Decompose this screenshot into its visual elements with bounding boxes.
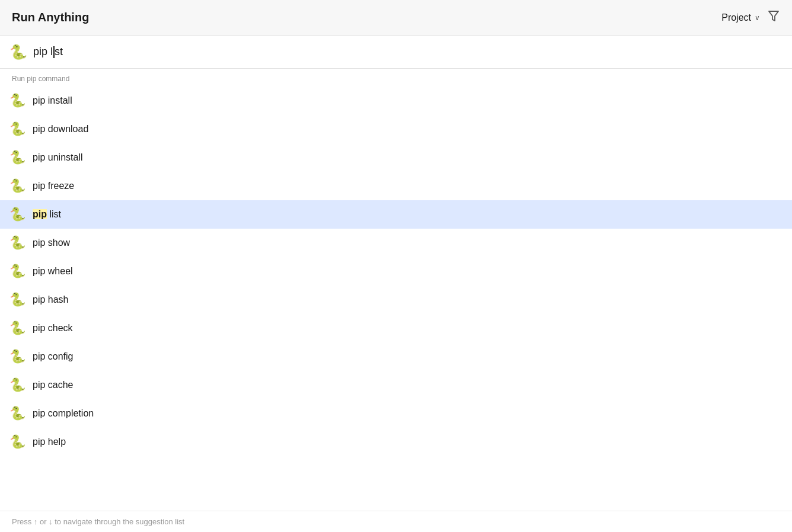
dialog-title: Run Anything	[12, 11, 89, 24]
list-item[interactable]: 🐍pip help	[0, 428, 792, 456]
project-dropdown[interactable]: Project ∨	[721, 12, 760, 23]
item-label: pip hash	[33, 294, 69, 305]
project-label: Project	[721, 12, 751, 23]
item-label: pip check	[33, 323, 73, 334]
search-value-rest: st	[55, 46, 63, 57]
search-value: pip l	[33, 46, 53, 57]
item-label: pip download	[33, 124, 88, 134]
item-label: pip cache	[33, 380, 74, 390]
item-label: pip help	[33, 437, 66, 447]
python-icon: 🐍	[9, 151, 25, 164]
list-item[interactable]: 🐍pip show	[0, 229, 792, 257]
section-label: Run pip command	[0, 69, 792, 86]
list-item[interactable]: 🐍pip freeze	[0, 172, 792, 200]
filter-icon[interactable]	[767, 9, 780, 25]
item-label: pip show	[33, 238, 70, 248]
list-item[interactable]: 🐍pip cache	[0, 371, 792, 399]
footer-hint: Press ↑ or ↓ to navigate through the sug…	[0, 511, 792, 532]
item-label: pip list	[33, 209, 61, 220]
svg-marker-0	[769, 11, 778, 21]
list-item[interactable]: 🐍pip completion	[0, 399, 792, 428]
python-icon: 🐍	[9, 407, 25, 420]
list-item[interactable]: 🐍pip download	[0, 115, 792, 143]
python-icon: 🐍	[9, 45, 27, 59]
python-icon: 🐍	[9, 236, 25, 249]
python-icon: 🐍	[9, 265, 25, 278]
python-icon: 🐍	[9, 322, 25, 335]
list-item[interactable]: 🐍pip uninstall	[0, 143, 792, 172]
list-item[interactable]: 🐍pip hash	[0, 286, 792, 314]
list-item[interactable]: 🐍pip list	[0, 200, 792, 229]
list-item[interactable]: 🐍pip config	[0, 342, 792, 371]
search-bar[interactable]: 🐍 pip lst	[0, 36, 792, 69]
item-label: pip freeze	[33, 181, 74, 191]
chevron-down-icon: ∨	[755, 14, 760, 22]
python-icon: 🐍	[9, 208, 25, 221]
dialog-header: Run Anything Project ∨	[0, 0, 792, 36]
item-label: pip wheel	[33, 266, 73, 277]
search-input[interactable]: pip lst	[33, 46, 783, 58]
item-label: pip config	[33, 351, 74, 362]
python-icon: 🐍	[9, 293, 25, 306]
list-item[interactable]: 🐍pip wheel	[0, 257, 792, 286]
item-label: pip uninstall	[33, 152, 83, 163]
python-icon: 🐍	[9, 94, 25, 107]
list-item[interactable]: 🐍pip install	[0, 86, 792, 115]
item-label: pip completion	[33, 408, 94, 419]
python-icon: 🐍	[9, 180, 25, 193]
item-label: pip install	[33, 95, 72, 106]
list-item[interactable]: 🐍pip check	[0, 314, 792, 342]
suggestions-list: 🐍pip install🐍pip download🐍pip uninstall🐍…	[0, 86, 792, 511]
run-anything-dialog: Run Anything Project ∨ 🐍 pip lst Run pip…	[0, 0, 792, 532]
header-controls: Project ∨	[721, 9, 780, 25]
python-icon: 🐍	[9, 379, 25, 392]
python-icon: 🐍	[9, 123, 25, 136]
python-icon: 🐍	[9, 435, 25, 448]
python-icon: 🐍	[9, 350, 25, 363]
